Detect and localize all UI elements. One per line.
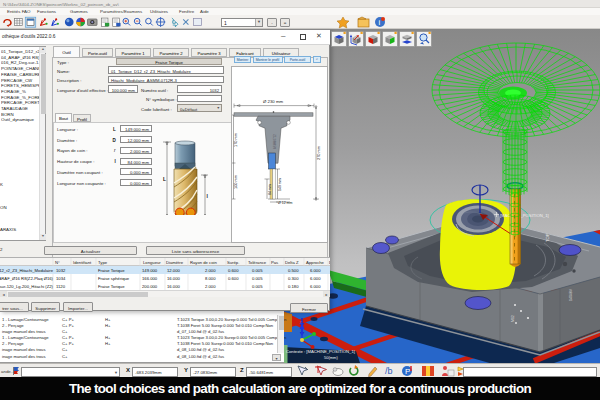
svg-text:L: L	[163, 176, 166, 182]
svg-text:Contexte : [MACHINE_POSITION_1: Contexte : [MACHINE_POSITION_1]	[286, 349, 355, 354]
svg-text:M12: M12	[511, 315, 515, 322]
svg-text:270 mm: 270 mm	[316, 146, 321, 160]
svg-text:ASMM0712: ASMM0712	[273, 134, 277, 149]
svg-text:[MACHINE_POSITION_1]: [MACHINE_POSITION_1]	[500, 213, 549, 218]
svg-text:Ø 230 mm: Ø 230 mm	[263, 99, 283, 104]
svg-text:i: i	[379, 18, 381, 27]
svg-text:84 mm: 84 mm	[268, 184, 272, 195]
svg-text:170 mm: 170 mm	[233, 133, 238, 147]
svg-text:149 mm: 149 mm	[278, 178, 282, 191]
svg-text:Ø 12 mm: Ø 12 mm	[278, 201, 292, 205]
svg-text:TOP: TOP	[545, 233, 550, 242]
svg-text:P: P	[405, 367, 410, 376]
svg-text:100 mm: 100 mm	[233, 175, 238, 189]
svg-text:/b: /b	[385, 366, 393, 376]
svg-text:50(mm): 50(mm)	[324, 355, 338, 360]
svg-text:l: l	[207, 193, 209, 199]
svg-text:14048V: 14048V	[569, 288, 573, 301]
